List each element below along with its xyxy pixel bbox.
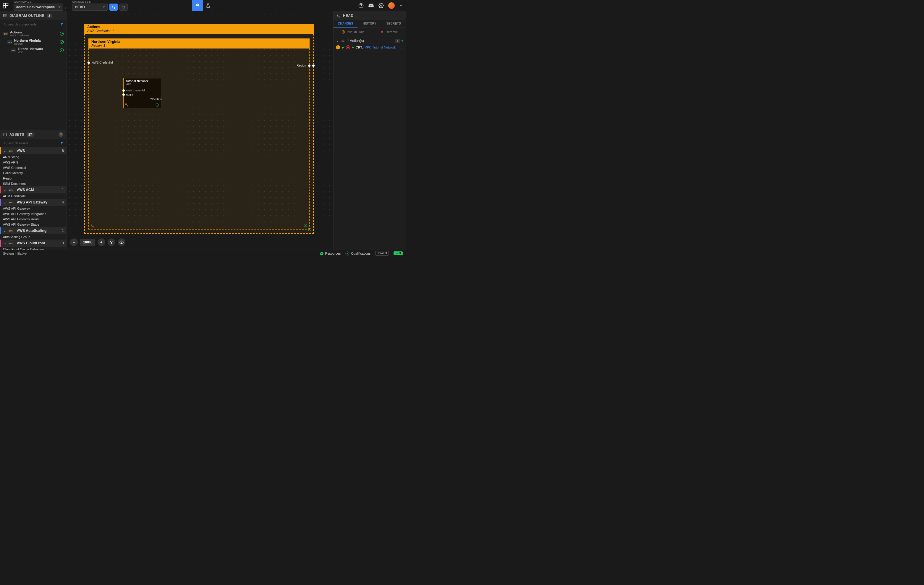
chevron-down-icon: ⌄ <box>3 241 6 245</box>
pause-icon <box>342 30 345 34</box>
vpc-port-region[interactable]: Region <box>125 93 159 97</box>
asset-item[interactable]: AWS API Gateway Integration <box>0 211 66 216</box>
svg-rect-2 <box>3 6 5 8</box>
model-tool[interactable] <box>192 0 203 11</box>
settings-icon[interactable] <box>378 3 384 8</box>
tab-history[interactable]: HISTORY <box>358 20 381 28</box>
put-on-hold-button[interactable]: Put On Hold <box>342 30 365 34</box>
asset-item[interactable]: Caller Identity <box>0 170 66 176</box>
canvas-help-button[interactable]: ? <box>107 238 116 246</box>
region-aws-cred-port[interactable]: AWS Credential <box>87 61 113 64</box>
svg-point-11 <box>3 15 3 16</box>
aws-icon: aws <box>8 229 13 233</box>
vpc-port-aws[interactable]: AWS Credential <box>125 88 159 93</box>
filter-icon[interactable] <box>60 141 64 145</box>
vpc-port-vpcid[interactable]: VPC ID <box>125 97 159 101</box>
actions-header[interactable]: Actions AWS Credential: 1 <box>84 24 314 34</box>
region-output-port[interactable]: Region <box>297 64 311 67</box>
chevron-down-icon: ⌄ <box>3 200 6 204</box>
actions-output-port[interactable] <box>312 64 315 67</box>
region-frame[interactable]: Northern Virginia Region: 1 AWS Credenti… <box>88 38 310 230</box>
changeset-select[interactable]: HEAD <box>72 3 107 11</box>
outline-header: DIAGRAM OUTLINE 3 <box>0 11 66 20</box>
action-list: ⌄ 1 Action(s) 1+ 1 ▶ ■ + CRT: VPC Tutori… <box>333 36 406 52</box>
action-menu-icon[interactable]: ⋮ <box>400 46 403 50</box>
svg-rect-20 <box>92 226 94 227</box>
canvas-controls: − 100% + ? <box>70 238 125 246</box>
svg-line-14 <box>6 25 7 26</box>
asset-category-aws[interactable]: ⌄awsAWS6 <box>0 147 66 154</box>
resize-icon[interactable] <box>91 224 94 227</box>
asset-item[interactable]: SSM Document <box>0 181 66 186</box>
vpc-node[interactable]: Tutorial Network VPC AWS Credential Regi… <box>123 78 161 108</box>
asset-item[interactable]: ARN String <box>0 154 66 160</box>
region-header[interactable]: Northern Virginia Region: 1 <box>88 38 310 48</box>
assets-search-input[interactable] <box>2 140 58 146</box>
remove-button[interactable]: Remove <box>380 30 398 34</box>
zoom-display[interactable]: 100% <box>80 239 95 246</box>
action-badge-count: 1 <box>336 45 340 50</box>
asset-item[interactable]: AWS ARN <box>0 160 66 165</box>
action-item[interactable]: 1 ▶ ■ + CRT: VPC Tutorial Network ⋮ <box>333 44 406 51</box>
zoom-in-button[interactable]: + <box>97 238 105 246</box>
discord-icon[interactable] <box>368 3 374 8</box>
asset-category-acm[interactable]: ⌄awsAWS ACM1 <box>0 186 66 193</box>
svg-point-10 <box>3 15 3 15</box>
asset-item[interactable]: AutoScaling Group <box>0 234 66 240</box>
outline-item-actions[interactable]: aws ActionsAWS Credential <box>0 30 66 38</box>
check-icon <box>308 228 311 231</box>
check-icon <box>60 40 64 44</box>
asset-item[interactable]: AWS Credential <box>0 165 66 170</box>
svg-point-4 <box>114 8 115 8</box>
passed-badge: 3 <box>394 251 403 255</box>
lab-tool[interactable] <box>203 0 213 11</box>
asset-item[interactable]: AWS API Gateway Route <box>0 216 66 222</box>
asset-item[interactable]: AWS API Gateway <box>0 206 66 211</box>
right-panel: HEAD CHANGES HISTORY SECRETS Put On Hold… <box>333 11 406 250</box>
right-toolbar <box>358 2 406 9</box>
user-menu-caret[interactable] <box>400 5 402 6</box>
svg-rect-1 <box>6 3 8 5</box>
outline-item-vpc[interactable]: aws Tutorial NetworkVPC <box>0 46 66 55</box>
tab-changes[interactable]: CHANGES <box>333 20 358 28</box>
search-icon <box>3 23 7 26</box>
qualifications-status[interactable]: Qualifications <box>345 251 371 256</box>
play-icon[interactable]: ▶ <box>342 46 344 50</box>
svg-point-22 <box>337 14 338 15</box>
asset-item[interactable]: ACM Certificate <box>0 193 66 199</box>
svg-rect-17 <box>125 104 127 105</box>
canvas-eye-button[interactable] <box>118 238 125 246</box>
assets-help-icon[interactable]: ? <box>59 132 63 137</box>
asset-item[interactable]: CloudFront Cache Behaviour <box>0 247 66 250</box>
chevron-down-icon: ⌄ <box>3 149 6 153</box>
asset-category-apigw[interactable]: ⌄awsAWS API Gateway4 <box>0 199 66 206</box>
action-list-header[interactable]: ⌄ 1 Action(s) 1+ <box>333 38 406 44</box>
assets-list[interactable]: ⌄awsAWS6 ARN String AWS ARN AWS Credenti… <box>0 147 66 250</box>
tab-secrets[interactable]: SECRETS <box>382 20 406 28</box>
help-icon[interactable] <box>358 3 364 8</box>
workspace-label: WORKSPACE: <box>13 0 63 3</box>
resize-icon[interactable] <box>125 104 128 106</box>
canvas[interactable]: Actions AWS Credential: 1 Northern Virgi… <box>66 11 333 250</box>
zoom-out-button[interactable]: − <box>70 238 78 246</box>
filter-icon[interactable] <box>60 22 64 26</box>
add-action-icon[interactable]: + <box>401 39 403 43</box>
resources-status[interactable]: Resources <box>320 251 341 256</box>
merge-button[interactable] <box>109 3 118 11</box>
asset-item[interactable]: Region <box>0 176 66 181</box>
diagram-actions-frame[interactable]: Actions AWS Credential: 1 Northern Virgi… <box>84 24 314 234</box>
stop-icon[interactable]: ■ <box>346 45 350 50</box>
workspace-select[interactable]: adam's dev workspace <box>13 3 63 11</box>
delete-changeset-button[interactable] <box>119 3 128 11</box>
app-logo[interactable] <box>0 0 11 11</box>
branch-icon <box>337 13 341 18</box>
vpc-ports: AWS Credential Region VPC ID <box>124 87 161 102</box>
check-icon <box>60 31 64 36</box>
outline-search-input[interactable] <box>2 21 58 27</box>
asset-category-autoscaling[interactable]: ⌄awsAWS AutoScaling1 <box>0 227 66 234</box>
user-avatar[interactable] <box>388 2 395 9</box>
asset-item[interactable]: AWS API Gateway Stage <box>0 222 66 227</box>
action-link[interactable]: VPC Tutorial Network <box>365 46 396 49</box>
asset-category-cloudfront[interactable]: ⌄awsAWS CloudFront3 <box>0 240 66 247</box>
outline-item-region[interactable]: aws Northern VirginiaRegion <box>0 38 66 46</box>
